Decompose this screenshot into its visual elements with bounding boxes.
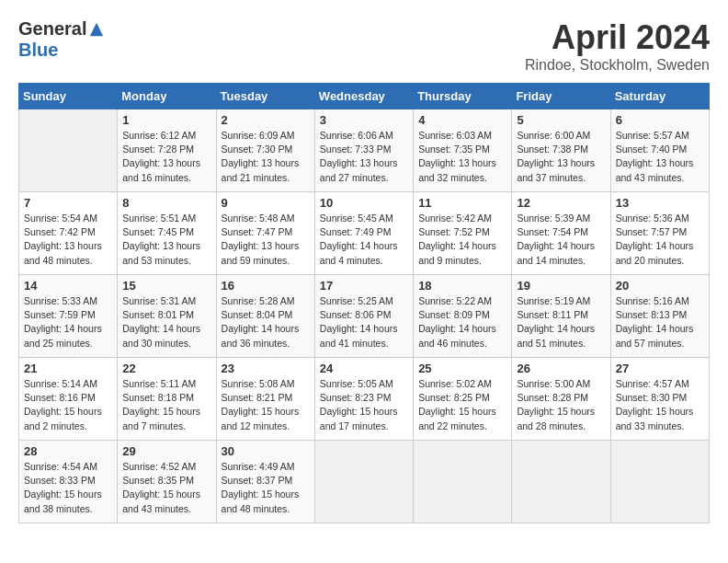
day-info: Sunrise: 5:36 AMSunset: 7:57 PMDaylight:… [616,212,704,268]
day-number: 10 [320,196,408,210]
day-info-line: Daylight: 14 hours [517,322,605,336]
day-info-line: and 22 minutes. [418,419,506,433]
day-info: Sunrise: 5:31 AMSunset: 8:01 PMDaylight:… [122,294,210,350]
day-info-line: Sunset: 8:13 PM [616,308,704,322]
day-info-line: Sunset: 7:28 PM [122,143,210,156]
day-info-line: and 30 minutes. [122,337,210,350]
day-info-line: Sunset: 7:30 PM [222,143,310,156]
day-number: 9 [222,196,310,210]
day-info: Sunrise: 5:11 AMSunset: 8:18 PMDaylight:… [122,377,210,433]
day-info-line: Sunrise: 6:00 AM [517,129,605,143]
day-info-line: and 4 minutes. [320,254,408,268]
day-number: 25 [418,362,506,375]
day-info: Sunrise: 5:19 AMSunset: 8:11 PMDaylight:… [517,294,605,350]
logo-icon [88,21,105,38]
month-title: April 2024 [525,18,710,57]
day-info: Sunrise: 6:03 AMSunset: 7:35 PMDaylight:… [418,129,506,185]
day-number: 26 [517,362,605,375]
day-info-line: and 12 minutes. [222,419,310,433]
day-cell: 18Sunrise: 5:22 AMSunset: 8:09 PMDayligh… [414,275,512,358]
day-info-line: Daylight: 13 hours [122,156,210,170]
day-info-line: Sunset: 8:21 PM [222,391,310,405]
day-info-line: Daylight: 13 hours [517,156,605,170]
day-info: Sunrise: 5:16 AMSunset: 8:13 PMDaylight:… [616,294,704,350]
day-info-line: Sunset: 7:38 PM [517,143,605,156]
day-number: 14 [24,279,112,293]
day-info-line: Sunset: 7:42 PM [24,225,112,239]
day-info-line: Sunset: 7:35 PM [418,143,506,156]
day-info-line: Daylight: 15 hours [418,405,506,419]
day-info-line: Sunset: 7:59 PM [24,308,112,322]
day-info-line: Sunrise: 5:00 AM [517,377,605,391]
day-cell: 3Sunrise: 6:06 AMSunset: 7:33 PMDaylight… [314,109,413,192]
day-info-line: and 25 minutes. [24,337,112,350]
day-cell [610,441,709,523]
day-info-line: Daylight: 15 hours [616,405,704,419]
day-info-line: Daylight: 15 hours [122,405,210,419]
day-info-line: and 17 minutes. [320,419,408,433]
day-number: 19 [517,279,605,293]
day-number: 21 [24,362,112,375]
day-number: 30 [222,444,310,458]
day-info: Sunrise: 5:25 AMSunset: 8:06 PMDaylight:… [320,294,408,350]
day-info-line: Sunrise: 5:39 AM [517,212,605,225]
day-info: Sunrise: 5:42 AMSunset: 7:52 PMDaylight:… [418,212,506,268]
week-row-2: 7Sunrise: 5:54 AMSunset: 7:42 PMDaylight… [19,192,710,275]
day-info-line: Sunset: 8:18 PM [122,391,210,405]
day-info-line: Sunrise: 5:19 AM [517,294,605,308]
day-number: 3 [320,113,408,127]
day-cell: 11Sunrise: 5:42 AMSunset: 7:52 PMDayligh… [414,192,512,275]
day-info-line: Sunset: 7:49 PM [320,225,408,239]
day-cell: 21Sunrise: 5:14 AMSunset: 8:16 PMDayligh… [19,358,118,441]
day-info-line: Sunrise: 5:45 AM [320,212,408,225]
day-info-line: Sunset: 8:11 PM [517,308,605,322]
day-cell [414,441,512,523]
day-info-line: Daylight: 14 hours [122,322,210,336]
day-info: Sunrise: 5:45 AMSunset: 7:49 PMDaylight:… [320,212,408,268]
day-info-line: Daylight: 15 hours [320,405,408,419]
day-cell: 23Sunrise: 5:08 AMSunset: 8:21 PMDayligh… [216,358,314,441]
header-row: SundayMondayTuesdayWednesdayThursdayFrid… [19,84,710,109]
col-header-thursday: Thursday [414,84,512,109]
day-cell: 16Sunrise: 5:28 AMSunset: 8:04 PMDayligh… [216,275,314,358]
day-info: Sunrise: 5:05 AMSunset: 8:23 PMDaylight:… [320,377,408,433]
logo-general-text: General [18,18,86,40]
day-number: 18 [418,279,506,293]
day-info-line: Daylight: 14 hours [320,239,408,253]
day-info-line: Sunrise: 6:03 AM [418,129,506,143]
day-cell: 5Sunrise: 6:00 AMSunset: 7:38 PMDaylight… [512,109,610,192]
day-info-line: Daylight: 15 hours [24,488,112,501]
day-cell: 7Sunrise: 5:54 AMSunset: 7:42 PMDaylight… [19,192,118,275]
day-info-line: Sunset: 8:01 PM [122,308,210,322]
day-info-line: Daylight: 14 hours [616,239,704,253]
day-info-line: Sunset: 8:04 PM [222,308,310,322]
day-cell: 1Sunrise: 6:12 AMSunset: 7:28 PMDaylight… [118,109,216,192]
day-info-line: Sunrise: 5:36 AM [616,212,704,225]
day-info-line: Sunrise: 5:14 AM [24,377,112,391]
day-number: 17 [320,279,408,293]
day-info-line: and 43 minutes. [616,171,704,185]
day-info-line: and 21 minutes. [222,171,310,185]
day-info-line: Sunset: 7:47 PM [222,225,310,239]
day-info-line: and 46 minutes. [418,337,506,350]
calendar-table: SundayMondayTuesdayWednesdayThursdayFrid… [18,83,710,523]
day-info: Sunrise: 4:54 AMSunset: 8:33 PMDaylight:… [24,460,112,516]
day-cell: 24Sunrise: 5:05 AMSunset: 8:23 PMDayligh… [314,358,413,441]
day-number: 27 [616,362,704,375]
day-info-line: Sunrise: 5:16 AM [616,294,704,308]
day-info-line: Sunset: 8:35 PM [122,474,210,488]
day-info-line: Daylight: 14 hours [418,239,506,253]
day-info-line: Daylight: 15 hours [517,405,605,419]
day-info-line: and 7 minutes. [122,419,210,433]
day-info-line: Sunrise: 5:02 AM [418,377,506,391]
day-info-line: and 51 minutes. [517,337,605,350]
day-info-line: Daylight: 13 hours [320,156,408,170]
day-cell: 30Sunrise: 4:49 AMSunset: 8:37 PMDayligh… [216,441,314,523]
day-info-line: Sunrise: 4:54 AM [24,460,112,474]
day-info-line: Daylight: 13 hours [122,239,210,253]
day-info-line: and 38 minutes. [24,502,112,516]
day-info-line: Daylight: 14 hours [418,322,506,336]
day-info-line: and 48 minutes. [222,502,310,516]
day-info-line: Daylight: 13 hours [222,156,310,170]
day-cell [19,109,118,192]
